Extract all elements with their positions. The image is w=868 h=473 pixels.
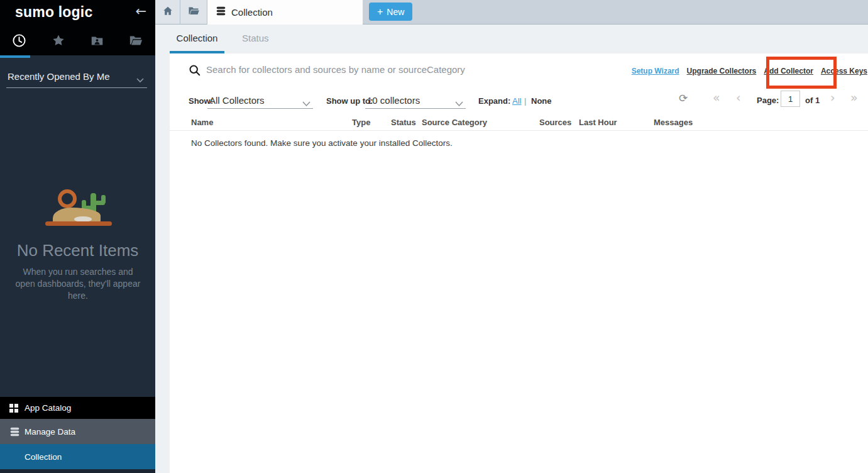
main-area: Collection + New Collection Status Setup…	[155, 0, 868, 473]
sidebar-item-manage-data[interactable]: Manage Data	[0, 419, 155, 444]
library-folder-tab[interactable]	[116, 30, 155, 53]
sidebar-item-label: Collection	[25, 452, 62, 462]
search-icon	[189, 64, 201, 79]
first-page-icon[interactable]: «	[713, 91, 720, 104]
page-tabs: Collection Status	[155, 25, 868, 53]
favorites-tab[interactable]	[39, 30, 78, 53]
page-size-dropdown[interactable]: 10 collectors	[365, 91, 466, 109]
quick-links: Setup Wizard Upgrade Collectors Add Coll…	[632, 67, 867, 75]
library-tab[interactable]	[180, 0, 207, 25]
star-icon	[52, 33, 65, 50]
collection-workspace-tab[interactable]: Collection	[207, 0, 363, 25]
recents-tab[interactable]	[0, 30, 39, 53]
open-folder-icon	[129, 33, 143, 50]
filter-toolbar: Show: All Collectors Show up to: 10 coll…	[170, 88, 868, 112]
new-button-label: New	[387, 7, 404, 17]
chevron-down-icon	[302, 98, 310, 109]
home-tab[interactable]	[155, 0, 180, 25]
sidebar-item-app-catalog[interactable]: App Catalog	[0, 397, 155, 419]
tab-label: Collection	[231, 7, 273, 18]
sidebar-item-label: App Catalog	[25, 403, 71, 413]
app-window: sumo logic ←	[0, 0, 868, 473]
sun-icon	[58, 189, 77, 208]
column-header-name[interactable]: Name	[191, 118, 213, 127]
expand-all-link[interactable]: All	[512, 96, 521, 106]
desert-illustration	[38, 182, 119, 230]
sidebar: sumo logic ←	[0, 0, 155, 473]
empty-table-message: No Collectors found. Make sure you activ…	[191, 138, 453, 148]
plus-icon: +	[377, 6, 383, 18]
search-input[interactable]	[206, 61, 608, 77]
column-header-messages[interactable]: Messages	[654, 118, 693, 127]
column-header-source-category[interactable]: Source Category	[422, 118, 487, 127]
expand-label: Expand:	[478, 96, 510, 106]
no-recent-items-title: No Recent Items	[0, 241, 155, 260]
access-keys-link[interactable]: Access Keys	[821, 67, 867, 75]
collapse-sidebar-icon[interactable]: ←	[135, 4, 146, 19]
sidebar-item-collection[interactable]: Collection	[0, 444, 155, 469]
grid-icon	[9, 404, 21, 413]
page-count-label: of 1	[805, 96, 820, 105]
add-collector-link[interactable]: Add Collector	[764, 67, 813, 75]
sidebar-item-label: Manage Data	[25, 427, 75, 437]
chevron-down-icon	[455, 98, 463, 109]
page-label: Page:	[757, 96, 779, 105]
upgrade-collectors-link[interactable]: Upgrade Collectors	[687, 67, 757, 75]
expand-none-link[interactable]: None	[531, 96, 552, 106]
new-button[interactable]: + New	[369, 3, 412, 21]
next-page-icon[interactable]: ›	[830, 91, 835, 104]
show-filter-dropdown[interactable]: All Collectors	[207, 91, 313, 109]
tab-collection[interactable]: Collection	[170, 25, 224, 53]
tab-status[interactable]: Status	[242, 25, 269, 53]
ground-line	[45, 221, 112, 226]
column-header-sources[interactable]: Sources	[539, 118, 571, 127]
workspace-tab-strip: Collection + New	[155, 0, 868, 25]
open-folder-icon	[187, 4, 200, 19]
sidebar-nav-tabs	[0, 30, 155, 53]
page-number-input[interactable]	[781, 91, 800, 107]
tab-strip-filler: + New	[363, 0, 868, 25]
previous-page-icon[interactable]: ‹	[736, 91, 741, 104]
refresh-icon[interactable]: ⟳	[679, 92, 688, 104]
collection-panel: Setup Wizard Upgrade Collectors Add Coll…	[170, 53, 868, 473]
column-header-status[interactable]: Status	[391, 118, 416, 127]
personal-folder-icon	[91, 34, 104, 50]
column-header-last-hour[interactable]: Last Hour	[579, 118, 617, 127]
recently-opened-label: Recently Opened By Me	[8, 71, 110, 82]
personal-folder-tab[interactable]	[78, 30, 117, 53]
database-icon	[216, 6, 226, 19]
divider	[6, 87, 147, 88]
active-nav-indicator	[0, 55, 30, 58]
collectors-table-header: Name Type Status Source Category Sources…	[170, 115, 868, 131]
sidebar-footer-strip	[0, 469, 155, 473]
recently-opened-dropdown[interactable]: Recently Opened By Me	[0, 65, 155, 89]
database-icon	[9, 426, 21, 437]
sidebar-header: sumo logic ←	[0, 0, 155, 55]
last-page-icon[interactable]: »	[850, 91, 858, 104]
column-header-type[interactable]: Type	[352, 118, 370, 127]
show-filter-value: All Collectors	[209, 95, 265, 106]
page-size-value: 10 collectors	[367, 95, 420, 106]
clock-icon	[12, 33, 26, 50]
no-recent-items-description: When you run searches and open dashboard…	[15, 266, 141, 302]
divider: |	[524, 96, 526, 106]
chevron-down-icon	[136, 74, 144, 86]
sumo-logic-logo: sumo logic	[15, 4, 92, 21]
home-icon	[162, 5, 173, 19]
setup-wizard-link[interactable]: Setup Wizard	[632, 67, 679, 75]
